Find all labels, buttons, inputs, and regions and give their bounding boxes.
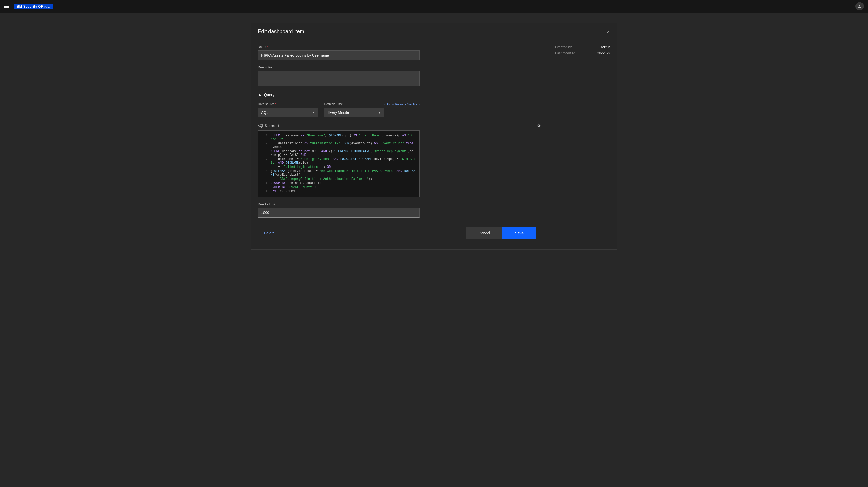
results-limit-label: Results Limit bbox=[258, 202, 542, 206]
query-section: ▲ Query (Show Results Section) Data sour… bbox=[258, 92, 542, 218]
svg-point-0 bbox=[859, 5, 861, 6]
code-line-6: 6 ORDER BY "Event Count" DESC bbox=[261, 186, 416, 189]
aql-settings-button[interactable] bbox=[535, 123, 542, 129]
data-source-refresh-row: Data source* AQL Events Flows ▼ bbox=[258, 102, 384, 118]
code-line-7: 7 LAST 24 HOURS bbox=[261, 190, 416, 193]
query-section-header[interactable]: ▲ Query bbox=[258, 92, 542, 97]
code-line-4: 4 (RULENAME(creEventList) = 'BB:Complian… bbox=[261, 169, 416, 177]
code-line-3: 3 username != 'configservices' AND LOGSO… bbox=[261, 157, 416, 165]
data-source-select[interactable]: AQL Events Flows bbox=[258, 107, 318, 118]
last-modified-value: 2/6/2023 bbox=[597, 51, 610, 55]
code-line-2b: WHERE username is not NULL AND ((REFEREN… bbox=[261, 150, 416, 157]
aql-actions: + bbox=[527, 123, 542, 129]
aql-label: AQL Statement bbox=[258, 124, 279, 128]
name-label: Name* bbox=[258, 45, 542, 49]
created-by-value: admin bbox=[601, 45, 610, 49]
settings-icon bbox=[537, 123, 541, 127]
brand-label: IBM Security QRadar bbox=[13, 4, 53, 9]
delete-button[interactable]: Delete bbox=[264, 231, 274, 235]
modal-title: Edit dashboard item bbox=[258, 28, 610, 34]
footer-action-buttons: Cancel Save bbox=[466, 227, 536, 239]
data-source-select-wrapper: AQL Events Flows ▼ bbox=[258, 107, 318, 118]
modal-header: Edit dashboard item bbox=[251, 23, 617, 39]
created-by-label: Created by bbox=[555, 45, 572, 49]
description-textarea[interactable] bbox=[258, 71, 420, 86]
save-button[interactable]: Save bbox=[502, 227, 536, 239]
modal-sidebar: Created by admin Last modified 2/6/2023 bbox=[549, 39, 617, 249]
code-line-1: 1 SELECT username as "Username", QIDNAME… bbox=[261, 134, 416, 141]
results-limit-input[interactable] bbox=[258, 208, 420, 218]
navbar: IBM Security QRadar bbox=[0, 0, 868, 12]
refresh-time-select[interactable]: Every Minute Every 5 Minutes Every 10 Mi… bbox=[324, 107, 384, 118]
created-by-row: Created by admin bbox=[555, 45, 610, 49]
modal-close-button[interactable]: × bbox=[604, 27, 612, 36]
data-source-group: Data source* AQL Events Flows ▼ bbox=[258, 102, 318, 118]
modal-body: Name* Description ▲ Query bbox=[251, 39, 617, 249]
data-source-label: Data source* bbox=[258, 102, 318, 106]
page-background: × Edit dashboard item Name* Description bbox=[0, 12, 868, 487]
last-modified-row: Last modified 2/6/2023 bbox=[555, 51, 610, 55]
aql-code-editor[interactable]: 1 SELECT username as "Username", QIDNAME… bbox=[258, 130, 420, 197]
modal-main-content: Name* Description ▲ Query bbox=[251, 39, 549, 249]
cancel-button[interactable]: Cancel bbox=[466, 227, 503, 239]
user-avatar[interactable] bbox=[856, 2, 864, 10]
description-label: Description bbox=[258, 66, 542, 69]
menu-icon[interactable] bbox=[4, 4, 9, 9]
refresh-time-group: Refresh Time Every Minute Every 5 Minute… bbox=[324, 102, 384, 118]
modal-dialog: × Edit dashboard item Name* Description bbox=[251, 23, 617, 250]
refresh-time-label: Refresh Time bbox=[324, 102, 384, 106]
refresh-time-select-wrapper: Every Minute Every 5 Minutes Every 10 Mi… bbox=[324, 107, 384, 118]
modal-footer: Delete Cancel Save bbox=[258, 223, 542, 243]
code-line-4b: 'BB:CategoryDefinition: Authentication F… bbox=[261, 177, 416, 181]
query-chevron-icon: ▲ bbox=[258, 92, 262, 97]
code-line-3b: = 'Failed Login Attempt') OR bbox=[261, 165, 416, 169]
name-input[interactable] bbox=[258, 51, 420, 60]
description-field-group: Description bbox=[258, 66, 542, 87]
query-section-label: Query bbox=[264, 93, 274, 97]
show-results-link[interactable]: (Show Results Section) bbox=[384, 102, 420, 106]
last-modified-label: Last modified bbox=[555, 51, 575, 55]
aql-statement-section: AQL Statement + bbox=[258, 123, 542, 197]
user-icon bbox=[857, 4, 862, 9]
name-field-group: Name* bbox=[258, 45, 542, 60]
results-limit-group: Results Limit bbox=[258, 202, 542, 218]
aql-header: AQL Statement + bbox=[258, 123, 542, 129]
aql-add-button[interactable]: + bbox=[527, 123, 533, 129]
code-line-5: 5 GROUP BY username, sourceip bbox=[261, 182, 416, 185]
code-line-2: 2 destinationip AS "Destination IP", SUM… bbox=[261, 142, 416, 149]
